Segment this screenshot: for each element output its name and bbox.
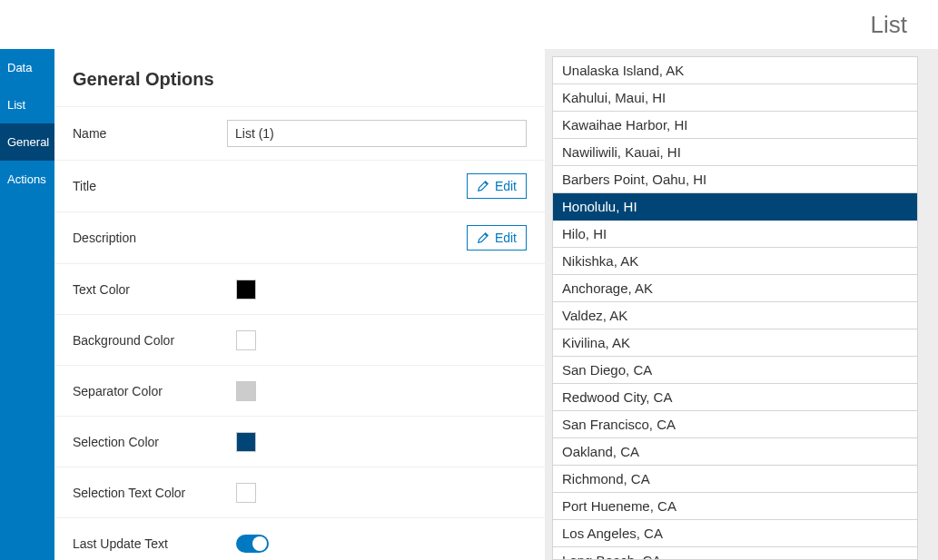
- list-item[interactable]: Los Angeles, CA: [553, 520, 917, 547]
- row-background-color: Background Color: [54, 314, 545, 365]
- row-description: Description Edit: [54, 211, 545, 263]
- title-label: Title: [73, 179, 236, 193]
- sidebar-item-general[interactable]: General: [0, 123, 54, 161]
- row-text-color: Text Color: [54, 263, 545, 314]
- list-item[interactable]: Unalaska Island, AK: [553, 57, 917, 84]
- text-color-label: Text Color: [73, 282, 236, 297]
- row-last-update: Last Update Text: [54, 517, 545, 560]
- selection-text-color-swatch[interactable]: [236, 483, 256, 503]
- text-color-swatch[interactable]: [236, 280, 256, 300]
- row-selection-color: Selection Color: [54, 416, 545, 467]
- list-item[interactable]: Richmond, CA: [553, 466, 917, 493]
- background-color-swatch[interactable]: [236, 330, 256, 350]
- list-item[interactable]: Redwood City, CA: [553, 384, 917, 411]
- config-heading: General Options: [54, 49, 545, 106]
- selection-text-color-label: Selection Text Color: [73, 486, 236, 500]
- name-label: Name: [73, 126, 227, 141]
- list-item[interactable]: Anchorage, AK: [553, 275, 917, 302]
- list-item[interactable]: Nikishka, AK: [553, 248, 917, 275]
- list-item[interactable]: Valdez, AK: [553, 302, 917, 329]
- edit-description-button[interactable]: Edit: [467, 225, 527, 251]
- selection-color-label: Selection Color: [73, 435, 236, 449]
- list-item[interactable]: Port Hueneme, CA: [553, 493, 917, 520]
- row-title: Title Edit: [54, 160, 545, 211]
- last-update-toggle[interactable]: [236, 535, 269, 553]
- list-item[interactable]: Long Beach, CA: [553, 547, 917, 560]
- list-item[interactable]: Kivilina, AK: [553, 329, 917, 357]
- sidebar-item-actions[interactable]: Actions: [0, 161, 54, 198]
- toggle-knob: [252, 536, 267, 551]
- preview-panel: Unalaska Island, AKKahului, Maui, HIKawa…: [545, 49, 938, 560]
- row-selection-text-color: Selection Text Color: [54, 467, 545, 517]
- edit-title-button[interactable]: Edit: [467, 173, 527, 199]
- selection-color-swatch[interactable]: [236, 432, 256, 452]
- sidebar-item-data[interactable]: Data: [0, 49, 54, 86]
- sidebar: Data List General Actions: [0, 49, 54, 560]
- name-input[interactable]: [227, 120, 527, 147]
- row-name: Name: [54, 106, 545, 160]
- config-panel: General Options Name Title Edit Descript…: [54, 49, 545, 560]
- pencil-icon: [477, 231, 489, 244]
- list-item[interactable]: Hilo, HI: [553, 221, 917, 248]
- list-item[interactable]: Oakland, CA: [553, 438, 917, 466]
- edit-title-label: Edit: [495, 179, 517, 193]
- list-item[interactable]: San Francisco, CA: [553, 411, 917, 438]
- main: Data List General Actions General Option…: [0, 49, 938, 560]
- page-title: List: [871, 11, 907, 39]
- list-item[interactable]: Kawaihae Harbor, HI: [553, 112, 917, 139]
- separator-color-label: Separator Color: [73, 384, 236, 398]
- background-color-label: Background Color: [73, 333, 236, 348]
- separator-color-swatch[interactable]: [236, 381, 256, 401]
- header: List: [0, 0, 938, 49]
- edit-description-label: Edit: [495, 231, 517, 245]
- list-item[interactable]: Kahului, Maui, HI: [553, 84, 917, 112]
- description-label: Description: [73, 231, 236, 245]
- list-item[interactable]: Honolulu, HI: [553, 193, 917, 221]
- list-item[interactable]: Nawiliwili, Kauai, HI: [553, 139, 917, 166]
- preview-list[interactable]: Unalaska Island, AKKahului, Maui, HIKawa…: [552, 56, 918, 560]
- last-update-label: Last Update Text: [73, 536, 236, 551]
- list-item[interactable]: Barbers Point, Oahu, HI: [553, 166, 917, 193]
- sidebar-item-list[interactable]: List: [0, 86, 54, 123]
- row-separator-color: Separator Color: [54, 365, 545, 416]
- list-item[interactable]: San Diego, CA: [553, 357, 917, 384]
- pencil-icon: [477, 180, 489, 192]
